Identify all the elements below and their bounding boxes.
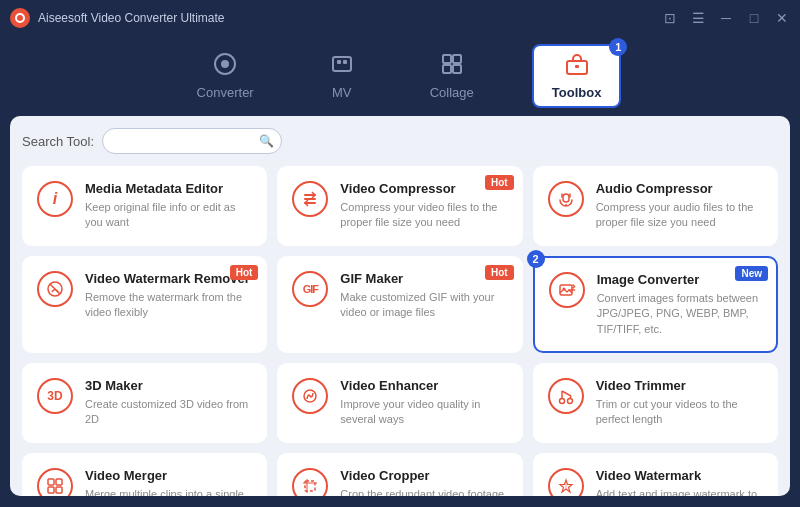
nav-item-wrapper-mv: MV xyxy=(312,44,372,108)
message-btn[interactable]: ⊡ xyxy=(662,10,678,26)
svg-rect-31 xyxy=(48,487,54,493)
app-logo xyxy=(10,8,30,28)
converter-label: Converter xyxy=(197,85,254,100)
video-watermark-desc: Add text and image watermark to the vide… xyxy=(596,487,763,496)
svg-rect-5 xyxy=(443,55,451,63)
gif-maker-icon: GIF xyxy=(292,271,328,307)
app-title: Aiseesoft Video Converter Ultimate xyxy=(38,11,225,25)
tool-card-video-enhancer[interactable]: Video Enhancer Improve your video qualit… xyxy=(277,363,522,443)
3d-maker-icon: 3D xyxy=(37,378,73,414)
media-metadata-editor-icon: i xyxy=(37,181,73,217)
tool-card-3d-maker[interactable]: 3D 3D Maker Create customized 3D video f… xyxy=(22,363,267,443)
tab-toolbox[interactable]: Toolbox xyxy=(532,44,622,108)
svg-rect-7 xyxy=(443,65,451,73)
svg-rect-29 xyxy=(48,479,54,485)
video-cropper-icon xyxy=(292,468,328,496)
image-converter-icon xyxy=(549,272,585,308)
converter-icon xyxy=(213,52,237,81)
gif-maker-desc: Make customized GIF with your video or i… xyxy=(340,290,507,321)
video-watermark-remover-desc: Remove the watermark from the video flex… xyxy=(85,290,252,321)
tool-card-media-metadata-editor[interactable]: i Media Metadata Editor Keep original fi… xyxy=(22,166,267,246)
tool-card-video-watermark-remover[interactable]: Video Watermark Remover Remove the water… xyxy=(22,256,267,353)
main-content: Search Tool: 🔍 i Media Metadata Editor K… xyxy=(10,116,790,496)
tab-mv[interactable]: MV xyxy=(312,44,372,108)
tool-card-gif-maker[interactable]: GIF GIF Maker Make customized GIF with y… xyxy=(277,256,522,353)
title-bar: Aiseesoft Video Converter Ultimate ⊡ ☰ ─… xyxy=(0,0,800,36)
video-watermark-icon xyxy=(548,468,584,496)
video-compressor-badge: Hot xyxy=(485,175,514,190)
close-btn[interactable]: ✕ xyxy=(774,10,790,26)
title-bar-left: Aiseesoft Video Converter Ultimate xyxy=(10,8,225,28)
tab-converter[interactable]: Converter xyxy=(179,44,272,108)
tool-card-audio-compressor[interactable]: Audio Compressor Compress your audio fil… xyxy=(533,166,778,246)
svg-rect-30 xyxy=(56,479,62,485)
video-cropper-title: Video Cropper xyxy=(340,468,507,483)
svg-rect-3 xyxy=(337,60,341,64)
nav-item-wrapper-collage: Collage xyxy=(412,44,492,108)
minimize-btn[interactable]: ─ xyxy=(718,10,734,26)
video-merger-desc: Merge multiple clips into a single piece xyxy=(85,487,252,496)
svg-line-28 xyxy=(570,396,571,399)
audio-compressor-icon xyxy=(548,181,584,217)
media-metadata-editor-desc: Keep original file info or edit as you w… xyxy=(85,200,252,231)
video-watermark-remover-info: Video Watermark Remover Remove the water… xyxy=(85,271,252,321)
svg-point-25 xyxy=(567,398,572,403)
nav-item-wrapper-toolbox: Toolbox 1 xyxy=(532,44,622,108)
video-compressor-info: Video Compressor Compress your video fil… xyxy=(340,181,507,231)
toolbox-label: Toolbox xyxy=(552,85,602,100)
tool-card-video-compressor[interactable]: Video Compressor Compress your video fil… xyxy=(277,166,522,246)
svg-rect-6 xyxy=(453,55,461,63)
collage-icon xyxy=(440,52,464,81)
svg-rect-10 xyxy=(575,65,579,68)
collage-label: Collage xyxy=(430,85,474,100)
maximize-btn[interactable]: □ xyxy=(746,10,762,26)
video-watermark-title: Video Watermark xyxy=(596,468,763,483)
media-metadata-editor-title: Media Metadata Editor xyxy=(85,181,252,196)
menu-btn[interactable]: ☰ xyxy=(690,10,706,26)
audio-compressor-desc: Compress your audio files to the proper … xyxy=(596,200,763,231)
video-watermark-remover-icon xyxy=(37,271,73,307)
toolbox-icon xyxy=(565,52,589,81)
media-metadata-editor-info: Media Metadata Editor Keep original file… xyxy=(85,181,252,231)
search-label: Search Tool: xyxy=(22,134,94,149)
toolbox-indicator: 1 xyxy=(609,38,627,56)
audio-compressor-title: Audio Compressor xyxy=(596,181,763,196)
video-merger-info: Video Merger Merge multiple clips into a… xyxy=(85,468,252,496)
mv-icon xyxy=(330,52,354,81)
video-enhancer-title: Video Enhancer xyxy=(340,378,507,393)
title-bar-controls: ⊡ ☰ ─ □ ✕ xyxy=(662,10,790,26)
video-trimmer-desc: Trim or cut your videos to the perfect l… xyxy=(596,397,763,428)
video-enhancer-info: Video Enhancer Improve your video qualit… xyxy=(340,378,507,428)
video-compressor-icon xyxy=(292,181,328,217)
search-input-wrapper: 🔍 xyxy=(102,128,282,154)
search-input[interactable] xyxy=(102,128,282,154)
video-watermark-remover-title: Video Watermark Remover xyxy=(85,271,252,286)
video-trimmer-title: Video Trimmer xyxy=(596,378,763,393)
tool-grid: i Media Metadata Editor Keep original fi… xyxy=(22,166,778,496)
svg-rect-14 xyxy=(563,194,569,202)
3d-maker-desc: Create customized 3D video from 2D xyxy=(85,397,252,428)
svg-rect-8 xyxy=(453,65,461,73)
svg-rect-32 xyxy=(56,487,62,493)
3d-maker-title: 3D Maker xyxy=(85,378,252,393)
tool-card-image-converter[interactable]: 2 Image Converter Convert images formats… xyxy=(533,256,778,353)
audio-compressor-info: Audio Compressor Compress your audio fil… xyxy=(596,181,763,231)
video-watermark-info: Video Watermark Add text and image water… xyxy=(596,468,763,496)
tool-card-video-watermark[interactable]: Video Watermark Add text and image water… xyxy=(533,453,778,496)
video-merger-icon xyxy=(37,468,73,496)
gif-maker-badge: Hot xyxy=(485,265,514,280)
tool-card-video-merger[interactable]: Video Merger Merge multiple clips into a… xyxy=(22,453,267,496)
svg-rect-4 xyxy=(343,60,347,64)
tool-card-video-trimmer[interactable]: Video Trimmer Trim or cut your videos to… xyxy=(533,363,778,443)
video-cropper-desc: Crop the redundant video footage xyxy=(340,487,507,496)
svg-rect-2 xyxy=(333,57,351,71)
tool-card-video-cropper[interactable]: Video Cropper Crop the redundant video f… xyxy=(277,453,522,496)
video-compressor-title: Video Compressor xyxy=(340,181,507,196)
tab-collage[interactable]: Collage xyxy=(412,44,492,108)
search-icon: 🔍 xyxy=(259,134,274,148)
mv-label: MV xyxy=(332,85,352,100)
video-compressor-desc: Compress your video files to the proper … xyxy=(340,200,507,231)
video-watermark-remover-badge: Hot xyxy=(230,265,259,280)
svg-line-27 xyxy=(562,391,571,396)
svg-point-24 xyxy=(559,398,564,403)
